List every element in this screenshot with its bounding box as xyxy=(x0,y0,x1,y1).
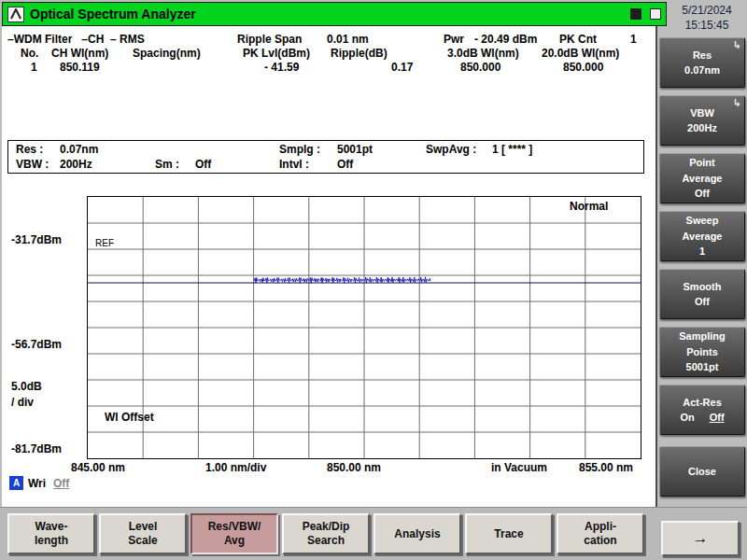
sm-label: Sm : xyxy=(155,158,179,171)
menu-wavelength-line1: Wave- xyxy=(35,520,68,534)
softkey-sweep-average[interactable]: Sweep Average 1 xyxy=(659,211,745,261)
softkey-res[interactable]: ↳ Res 0.07nm xyxy=(659,37,745,88)
wdm-val-pklvl: - 41.59 xyxy=(264,61,299,74)
wdm-val-chwl: 850.119 xyxy=(60,61,100,74)
softkey-sweep-average-value: 1 xyxy=(699,244,705,259)
menu-button-peak-dip-search[interactable]: Peak/Dip Search xyxy=(282,513,370,554)
maximize-button[interactable] xyxy=(650,8,661,20)
menu-res-vbw-avg-line1: Res/VBW/ xyxy=(208,520,261,534)
softkey-sweep-average-line2: Average xyxy=(682,229,722,245)
wdm-col-chwl: CH Wl(nm) xyxy=(51,47,108,60)
right-arrow-icon: → xyxy=(693,528,709,548)
softkey-close-label: Close xyxy=(688,464,716,480)
softkey-sidebar: ↳ Res 0.07nm ↳ VBW 200Hz Point Average O… xyxy=(659,37,745,504)
ripple-span-label: Ripple Span xyxy=(237,33,302,46)
y-axis-label-bottom: -81.7dBm xyxy=(11,442,62,455)
softkey-smooth[interactable]: Smooth Off xyxy=(659,269,745,319)
y-axis-label-mid: -56.7dBm xyxy=(11,338,62,351)
menu-peak-dip-line2: Search xyxy=(307,534,345,548)
y-axis-scale-unit: / div xyxy=(11,396,34,409)
pk-cnt-value: 1 xyxy=(630,33,637,46)
ref-annotation: REF xyxy=(95,238,114,248)
pwr-value: - 20.49 dBm xyxy=(474,33,537,46)
intvl-value: Off xyxy=(337,158,353,171)
x-axis-label-center: 850.00 nm xyxy=(327,461,381,474)
ripple-span-value: 0.01 nm xyxy=(327,33,369,46)
softkey-smooth-value: Off xyxy=(695,294,710,310)
wdm-val-no: 1 xyxy=(31,61,37,74)
softkey-act-res[interactable]: Act-Res On Off xyxy=(659,385,745,435)
wdm-col-spacing: Spacing(nm) xyxy=(133,47,201,60)
menu-application-line2: cation xyxy=(584,534,616,548)
menu-level-scale-line2: Scale xyxy=(128,534,157,548)
swpavg-label: SwpAvg : xyxy=(426,143,476,156)
softkey-smooth-label: Smooth xyxy=(684,279,722,295)
vacuum-label: in Vacuum xyxy=(491,461,547,474)
datetime-display: 5/21/2024 15:15:45 xyxy=(667,3,747,33)
softkey-vbw[interactable]: ↳ VBW 200Hz xyxy=(659,95,745,146)
softkey-act-res-label: Act-Res xyxy=(683,395,722,411)
wdm-val-3db: 850.000 xyxy=(460,61,500,74)
softkey-point-average[interactable]: Point Average Off xyxy=(659,153,745,203)
softkey-sampling-points-value: 5001pt xyxy=(686,359,719,375)
act-res-off-option[interactable]: Off xyxy=(710,410,725,426)
wdm-val-ripple: 0.17 xyxy=(391,61,413,74)
time-label: 15:15:45 xyxy=(667,18,747,33)
wdm-col-no: No. xyxy=(21,47,38,60)
softkey-res-value: 0.07nm xyxy=(684,63,720,78)
window-title: Optical Spectrum Analyzer xyxy=(30,7,622,21)
wdm-val-20db: 850.000 xyxy=(563,61,603,74)
smplg-value: 5001pt xyxy=(337,143,373,156)
softkey-sampling-points-line2: Points xyxy=(686,344,718,360)
menu-peak-dip-line1: Peak/Dip xyxy=(303,520,350,534)
menu-button-res-vbw-avg[interactable]: Res/VBW/ Avg xyxy=(190,513,278,554)
softkey-point-average-value: Off xyxy=(695,186,710,202)
spectrum-plot xyxy=(88,197,641,458)
wdm-col-3db: 3.0dB Wl(nm) xyxy=(447,47,519,60)
title-bar: Optical Spectrum Analyzer xyxy=(2,2,667,26)
menu-button-analysis[interactable]: Analysis xyxy=(374,513,461,554)
y-axis-scale-value: 5.0dB xyxy=(11,380,42,393)
menu-button-trace[interactable]: Trace xyxy=(465,513,553,554)
act-res-toggle: On Off xyxy=(680,410,724,426)
menu-level-scale-line1: Level xyxy=(129,520,158,534)
x-axis-label-left: 845.00 nm xyxy=(71,461,125,474)
menu-wavelength-line2: length xyxy=(35,534,68,548)
trace-mode-label: Wri xyxy=(28,477,46,490)
softkey-point-average-line1: Point xyxy=(689,155,715,171)
date-label: 5/21/2024 xyxy=(667,3,747,18)
wdm-tree-line: –WDM Filter –CH – RMS xyxy=(7,33,145,46)
softkey-res-label: Res xyxy=(693,48,712,63)
submenu-hook-icon: ↳ xyxy=(733,37,741,53)
minimize-button[interactable] xyxy=(630,8,641,20)
spectrum-chart-area xyxy=(87,196,641,459)
menu-next-page-button[interactable]: → xyxy=(661,521,740,556)
function-menu-bar: Wave- length Level Scale Res/VBW/ Avg Pe… xyxy=(0,507,747,560)
menu-button-application[interactable]: Appli- cation xyxy=(557,513,644,554)
sm-value: Off xyxy=(195,158,211,171)
softkey-point-average-line2: Average xyxy=(682,171,722,187)
act-res-on-option[interactable]: On xyxy=(680,410,694,426)
menu-res-vbw-avg-line2: Avg xyxy=(224,534,245,548)
softkey-close[interactable]: Close xyxy=(659,446,745,497)
softkey-vbw-value: 200Hz xyxy=(687,120,717,136)
softkey-sampling-points[interactable]: Sampling Points 5001pt xyxy=(659,327,745,377)
app-logo-icon xyxy=(7,7,24,22)
trace-a-badge: A xyxy=(9,476,23,490)
menu-application-line1: Appli- xyxy=(585,520,616,534)
vbw-label: VBW : xyxy=(16,158,49,171)
menu-button-level-scale[interactable]: Level Scale xyxy=(99,513,187,554)
res-label: Res : xyxy=(16,143,43,156)
res-value: 0.07nm xyxy=(60,143,98,156)
wdm-col-ripple: Ripple(dB) xyxy=(331,47,388,60)
x-axis-div-label: 1.00 nm/div xyxy=(205,461,266,474)
intvl-label: Intvl : xyxy=(279,158,309,171)
softkey-sweep-average-line1: Sweep xyxy=(686,213,719,229)
x-axis-label-right: 855.00 nm xyxy=(579,461,633,474)
smplg-label: Smplg : xyxy=(279,143,320,156)
pwr-label: Pwr xyxy=(444,33,464,46)
swpavg-value: 1 [ **** ] xyxy=(492,143,532,156)
pk-cnt-label: PK Cnt xyxy=(559,33,597,46)
submenu-hook-icon: ↳ xyxy=(733,95,741,111)
menu-button-wavelength[interactable]: Wave- length xyxy=(7,513,95,554)
